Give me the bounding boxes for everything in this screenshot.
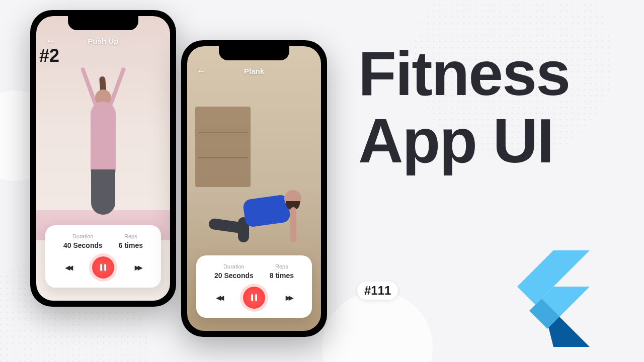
screen-title: Push Up — [45, 37, 161, 45]
reps-value: 8 times — [270, 272, 294, 280]
pause-icon — [100, 264, 106, 271]
headline-line1: Fitness — [358, 40, 570, 108]
rewind-icon[interactable]: ◂◂ — [65, 262, 71, 273]
exercise-control-card: Duration 40 Seconds Reps 6 times ◂◂ ▸▸ — [45, 225, 161, 288]
reps-stat: Reps 6 times — [119, 233, 143, 249]
phone-notch — [219, 46, 289, 60]
forward-icon[interactable]: ▸▸ — [135, 262, 141, 273]
stats-row: Duration 40 Seconds Reps 6 times — [55, 233, 151, 249]
room-shelf — [195, 107, 251, 187]
playback-controls: ◂◂ ▸▸ — [55, 256, 151, 279]
exercise-control-card: Duration 20 Seconds Reps 8 times ◂◂ ▸▸ — [196, 255, 312, 318]
screen-title: Plank — [196, 67, 312, 75]
forward-icon[interactable]: ▸▸ — [286, 292, 292, 303]
duration-label: Duration — [214, 263, 254, 269]
reps-label: Reps — [119, 233, 143, 239]
pause-button[interactable] — [92, 256, 114, 279]
reps-label: Reps — [270, 263, 294, 269]
duration-value: 40 Seconds — [63, 241, 103, 249]
rewind-icon[interactable]: ◂◂ — [216, 292, 222, 303]
duration-value: 20 Seconds — [214, 272, 254, 280]
phone-notch — [68, 16, 138, 30]
video-number-badge: #111 — [357, 282, 398, 300]
thumbnail-headline: Fitness App UI — [358, 40, 570, 175]
duration-stat: Duration 20 Seconds — [214, 263, 254, 280]
playback-controls: ◂◂ ▸▸ — [206, 287, 302, 309]
headline-line2: App UI — [358, 108, 570, 175]
app-topbar: ← Plank — [187, 65, 321, 77]
pause-icon — [251, 294, 257, 301]
exercise-figure-plank — [199, 187, 309, 257]
phone-screen-2: ← Plank Duration 20 Seconds Reps 8 times… — [187, 46, 321, 331]
flutter-logo-icon — [493, 226, 614, 347]
pause-button[interactable] — [243, 287, 265, 309]
reps-value: 6 times — [119, 241, 143, 249]
episode-badge: #2 — [39, 45, 59, 66]
stats-row: Duration 20 Seconds Reps 8 times — [206, 263, 302, 280]
duration-stat: Duration 40 Seconds — [63, 233, 103, 249]
bg-blob-right — [322, 292, 433, 362]
duration-label: Duration — [63, 233, 103, 239]
phone-mockup-2: ← Plank Duration 20 Seconds Reps 8 times… — [181, 40, 327, 337]
exercise-figure-squat — [68, 71, 138, 212]
reps-stat: Reps 8 times — [270, 263, 294, 280]
